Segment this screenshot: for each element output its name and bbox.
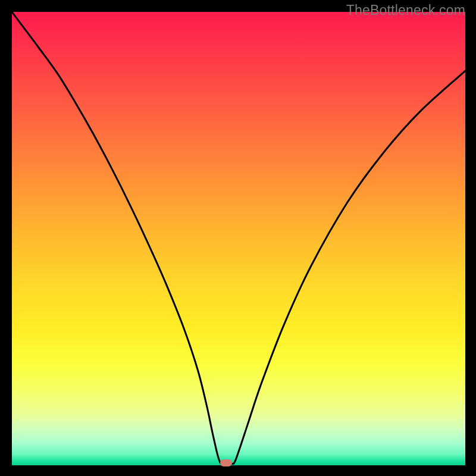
optimal-point-marker bbox=[220, 459, 232, 466]
watermark-text: TheBottleneck.com bbox=[346, 2, 465, 18]
chart-frame: TheBottleneck.com bbox=[0, 0, 476, 476]
curve-svg bbox=[12, 12, 465, 465]
plot-area bbox=[12, 12, 465, 465]
bottleneck-curve-path bbox=[12, 12, 465, 465]
